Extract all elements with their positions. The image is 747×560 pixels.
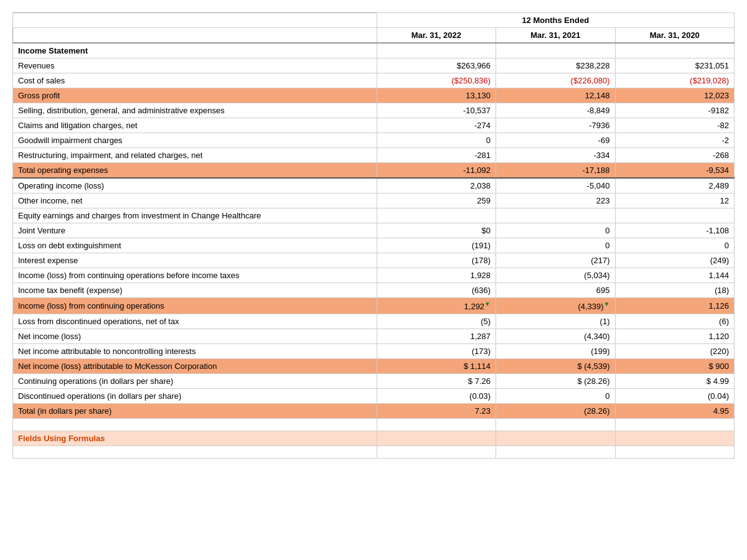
table-row-total-eps: Total (in dollars per share)7.23(28.26)4… [13,404,735,419]
spacer-cell-0 [13,419,377,431]
value-selling-expenses-col2: -8,849 [496,103,615,118]
value-other-income-col1: 259 [377,194,496,208]
header-dates-row: Mar. 31, 2022 Mar. 31, 2021 Mar. 31, 202… [13,28,735,44]
value-selling-expenses-col1: -10,537 [377,103,496,118]
value-net-income-col1: 1,287 [377,329,496,344]
value-equity-earnings-line2-col3: -1,108 [615,223,735,238]
value-total-eps-col3: 4.95 [615,404,735,419]
bottom-cell-1 [377,446,496,459]
value-continuing-ops-eps-col1: $ 7.26 [377,374,496,389]
value-interest-expense-col2: (217) [496,253,615,268]
value-income-before-tax-col3: 1,144 [615,268,735,283]
table-row-total-operating-expenses: Total operating expenses-11,092-17,188-9… [13,163,735,179]
table-row-operating-income: Operating income (loss)2,038-5,0402,489 [13,178,735,194]
fields-formulas-label: Fields Using Formulas [13,431,377,446]
value-noncontrolling-col1: (173) [377,344,496,359]
label-income-statement-header: Income Statement [13,43,377,58]
value-restructuring-col3: -268 [615,148,735,163]
label-total-eps: Total (in dollars per share) [13,404,377,419]
value-loss-debt-col1: (191) [377,238,496,253]
table-row-gross-profit: Gross profit13,13012,14812,023 [13,88,735,103]
period-header: 12 Months Ended [377,13,734,28]
table-row-goodwill-impairment: Goodwill impairment charges0-69-2 [13,133,735,148]
fields-formulas-row: Fields Using Formulas [13,431,735,446]
label-total-operating-expenses: Total operating expenses [13,163,377,179]
table-row-income-statement-header: Income Statement [13,43,735,58]
value-claims-litigation-col2: -7936 [496,118,615,133]
value-discontinued-eps-col2: 0 [496,389,615,404]
value-gross-profit-col3: 12,023 [615,88,735,103]
header-period-row: 12 Months Ended [13,13,735,28]
value-income-tax-col1: (636) [377,283,496,298]
value-equity-earnings-line1-col3 [615,208,735,223]
value-gross-profit-col1: 13,130 [377,88,496,103]
label-loss-debt: Loss on debt extinguishment [13,238,377,253]
value-restructuring-col1: -281 [377,148,496,163]
table-row-loss-discontinued: Loss from discontinued operations, net o… [13,314,735,329]
value-income-tax-col3: (18) [615,283,735,298]
spacer-cell-1 [377,419,496,431]
label-revenues: Revenues [13,58,377,73]
table-row-income-tax: Income tax benefit (expense)(636)695(18) [13,283,735,298]
value-revenues-col3: $231,051 [615,58,735,73]
table-row-income-continuing: Income (loss) from continuing operations… [13,298,735,314]
table-row-net-income-mckesson: Net income (loss) attributable to McKess… [13,359,735,374]
value-equity-earnings-line2-col1: $0 [377,223,496,238]
table-row-income-before-tax: Income (loss) from continuing operations… [13,268,735,283]
value-income-before-tax-col1: 1,928 [377,268,496,283]
label-loss-discontinued: Loss from discontinued operations, net o… [13,314,377,329]
table-row-equity-earnings-line1: Equity earnings and charges from investm… [13,208,735,223]
label-operating-income: Operating income (loss) [13,178,377,194]
value-operating-income-col3: 2,489 [615,178,735,194]
value-discontinued-eps-col1: (0.03) [377,389,496,404]
value-income-continuing-col2: (4,339)▼ [496,298,615,314]
label-income-before-tax: Income (loss) from continuing operations… [13,268,377,283]
fields-empty-2 [496,431,615,446]
label-goodwill-impairment: Goodwill impairment charges [13,133,377,148]
col1-header: Mar. 31, 2022 [377,28,496,44]
value-income-continuing-col3: 1,126 [615,298,735,314]
fields-empty-3 [615,431,735,446]
value-selling-expenses-col3: -9182 [615,103,735,118]
value-goodwill-impairment-col1: 0 [377,133,496,148]
label-other-income: Other income, net [13,194,377,208]
value-gross-profit-col2: 12,148 [496,88,615,103]
label-equity-earnings-line1: Equity earnings and charges from investm… [13,208,377,223]
table-row-discontinued-eps: Discontinued operations (in dollars per … [13,389,735,404]
value-income-statement-header-col2 [496,43,615,58]
bottom-cell-3 [615,446,735,459]
value-income-continuing-col1: 1,292▼ [377,298,496,314]
value-other-income-col2: 223 [496,194,615,208]
label-claims-litigation: Claims and litigation charges, net [13,118,377,133]
value-total-eps-col2: (28.26) [496,404,615,419]
label-noncontrolling: Net income attributable to noncontrollin… [13,344,377,359]
value-cost-of-sales-col1: ($250,836) [377,73,496,88]
label-income-continuing: Income (loss) from continuing operations [13,298,377,314]
value-net-income-col3: 1,120 [615,329,735,344]
value-total-operating-expenses-col2: -17,188 [496,163,615,179]
value-net-income-mckesson-col2: $ (4,539) [496,359,615,374]
table-row-equity-earnings-line2: Joint Venture$00-1,108 [13,223,735,238]
value-income-before-tax-col2: (5,034) [496,268,615,283]
label-interest-expense: Interest expense [13,253,377,268]
value-revenues-col1: $263,966 [377,58,496,73]
value-loss-discontinued-col3: (6) [615,314,735,329]
value-other-income-col3: 12 [615,194,735,208]
value-interest-expense-col3: (249) [615,253,735,268]
value-total-eps-col1: 7.23 [377,404,496,419]
value-operating-income-col2: -5,040 [496,178,615,194]
label-net-income-mckesson: Net income (loss) attributable to McKess… [13,359,377,374]
value-claims-litigation-col1: -274 [377,118,496,133]
label-restructuring: Restructuring, impairment, and related c… [13,148,377,163]
value-restructuring-col2: -334 [496,148,615,163]
value-income-tax-col2: 695 [496,283,615,298]
value-loss-discontinued-col2: (1) [496,314,615,329]
value-loss-debt-col2: 0 [496,238,615,253]
table-row-selling-expenses: Selling, distribution, general, and admi… [13,103,735,118]
value-goodwill-impairment-col2: -69 [496,133,615,148]
table-row-noncontrolling: Net income attributable to noncontrollin… [13,344,735,359]
table-row-cost-of-sales: Cost of sales($250,836)($226,080)($219,0… [13,73,735,88]
value-equity-earnings-line1-col1 [377,208,496,223]
value-noncontrolling-col3: (220) [615,344,735,359]
value-total-operating-expenses-col3: -9,534 [615,163,735,179]
